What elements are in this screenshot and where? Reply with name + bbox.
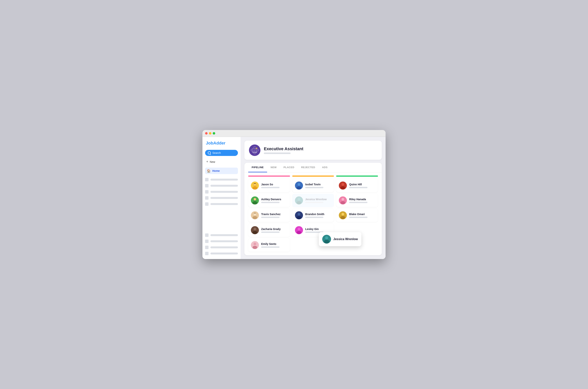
svg-point-42 [341,213,344,216]
tab-pipeline[interactable]: PIPELINE [248,163,267,172]
avatar [295,182,303,190]
candidate-name: Isobel Tovin [305,183,331,186]
nav-text-placeholder [211,240,238,242]
nav-text-placeholder [211,197,238,199]
close-button[interactable] [205,132,208,134]
list-item [205,178,238,181]
job-info: Executive Assistant [264,146,303,154]
candidate-detail-placeholder [349,217,368,218]
tab-ads[interactable]: ADS [319,163,331,172]
candidate-detail-placeholder [305,202,324,203]
nav-text-placeholder [211,234,238,236]
candidate-detail-placeholder [349,187,368,188]
svg-point-19 [253,231,257,234]
candidate-name: Jason So [261,183,287,186]
candidate-info: Brandon Smith [305,213,331,218]
sidebar-item-home[interactable]: 🏠 Home [205,168,238,174]
avatar [322,235,331,244]
nav-icon-placeholder [205,246,209,249]
nav-text-placeholder [211,253,238,255]
candidate-detail-placeholder [261,246,279,248]
svg-point-13 [254,198,256,201]
candidate-info: Zacharia Grady [261,227,287,233]
candidate-info: Quinn Hill [349,183,375,188]
pipeline-area: Jason So Ashley Denvers [244,173,382,255]
floating-candidate-card[interactable]: Jessica Wrenlow [319,232,361,246]
nav-text-placeholder [211,203,238,205]
tab-placed[interactable]: PLACED [280,163,298,172]
list-item [205,246,238,249]
search-button[interactable]: Search [205,150,238,156]
avatar [295,226,303,234]
traffic-lights [205,132,215,134]
candidate-detail-placeholder [261,202,279,203]
candidate-name: Brandon Smith [305,213,331,216]
plus-icon: + [206,160,208,164]
candidate-info: Jason So [261,183,287,188]
nav-icon-placeholder [205,202,209,206]
tab-rejected[interactable]: REJECTED [298,163,319,172]
svg-point-22 [253,246,257,249]
candidate-card[interactable]: Ashley Denvers [248,194,290,207]
candidate-card[interactable]: Jason So [248,179,290,192]
candidate-card[interactable]: Riley Hanada [336,194,378,207]
candidate-detail-placeholder [305,187,324,188]
svg-point-36 [341,183,344,186]
list-item [205,196,238,200]
nav-icon-placeholder [205,178,209,181]
candidate-card-jessica[interactable]: Jessica Wrenlow [292,194,334,207]
nav-icon-placeholder [205,190,209,194]
search-icon [208,151,211,154]
list-item [205,252,238,255]
nav-icon-placeholder [205,252,209,255]
new-button[interactable]: + New [205,159,238,164]
col1-header [248,176,290,177]
svg-point-16 [253,216,257,219]
candidate-info: Blake Omari [349,213,375,218]
list-item [205,184,238,188]
avatar [251,182,259,190]
svg-text:GLOBAL: GLOBAL [252,152,257,153]
pipeline-content: Jason So Ashley Denvers [248,176,378,253]
svg-point-28 [297,201,301,204]
candidate-card[interactable]: Isobel Tovin [292,179,334,192]
candidate-name: Travis Sanchez [261,213,287,216]
home-icon: 🏠 [207,169,211,173]
candidate-name: Blake Omari [349,213,375,216]
avatar [339,182,347,190]
svg-point-45 [325,236,328,239]
minimize-button[interactable] [209,132,211,134]
candidate-card[interactable]: Brandon Smith [292,209,334,222]
job-header-card: GLOBAL Executive Assistant [244,141,382,160]
svg-point-33 [298,228,300,230]
maximize-button[interactable] [213,132,215,134]
candidate-info: Riley Hanada [349,198,375,203]
candidate-name: Ashley Denvers [261,198,287,201]
svg-point-24 [298,183,300,186]
pipeline-card: PIPELINE NEW PLACED REJECTED ADS [244,163,382,255]
tabs-header: PIPELINE NEW PLACED REJECTED ADS [244,163,382,173]
candidate-detail-placeholder [261,217,279,218]
candidate-card[interactable]: Emily Seeto [248,238,290,252]
candidate-info: Ashley Denvers [261,198,287,203]
candidate-card[interactable]: Zacharia Grady [248,224,290,237]
candidate-card[interactable]: Blake Omari [336,209,378,222]
tab-new[interactable]: NEW [267,163,280,172]
nav-text-placeholder [211,185,238,187]
nav-icon-placeholder [205,184,209,188]
list-item [205,240,238,243]
logo: JobAdder [205,141,238,146]
home-label: Home [212,169,220,172]
avatar [251,196,259,204]
nav-text-placeholder [211,179,238,181]
list-item [205,202,238,206]
candidate-card[interactable]: Quinn Hill [336,179,378,192]
svg-point-46 [324,240,329,244]
nav-icon-placeholder [205,240,209,243]
search-label: Search [212,151,221,154]
col3-header [336,176,378,177]
candidate-card[interactable]: Travis Sanchez [248,209,290,222]
globe-icon: GLOBAL [250,146,259,154]
svg-point-31 [297,216,301,219]
candidate-name: Emily Seeto [261,242,287,245]
